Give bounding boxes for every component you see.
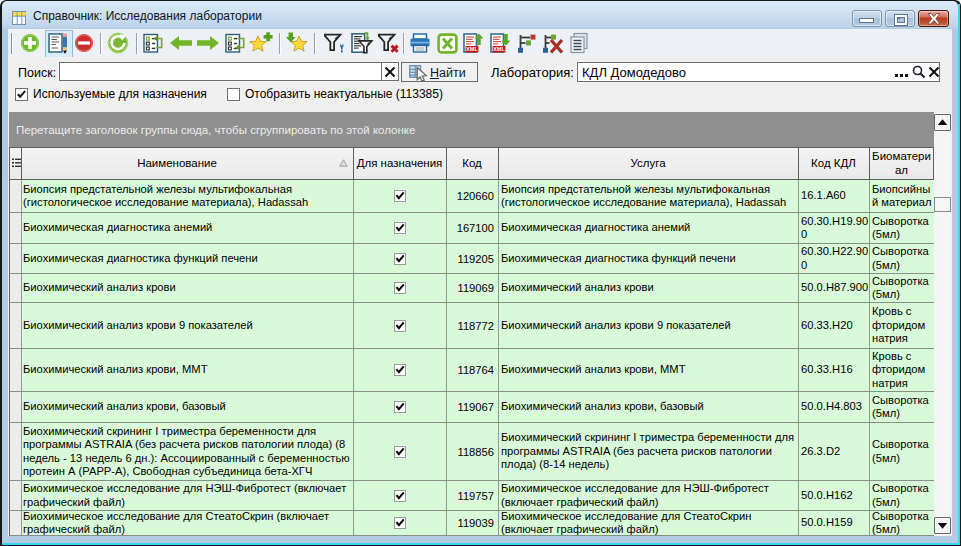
svg-text:XML: XML xyxy=(493,46,505,52)
svg-text:XML: XML xyxy=(466,46,478,52)
